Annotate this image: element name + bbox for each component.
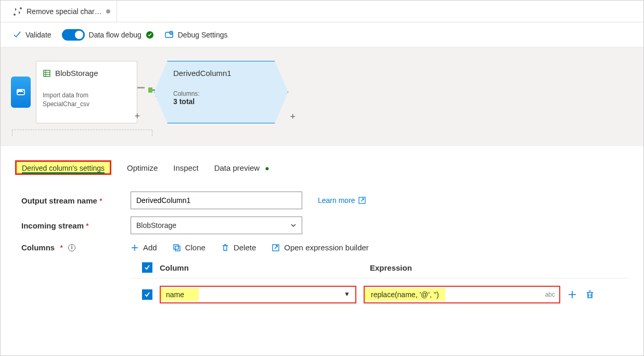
validate-button[interactable]: Validate: [13, 31, 51, 39]
svg-rect-11: [175, 246, 180, 251]
column-name-select[interactable]: name ▼: [160, 286, 356, 303]
tab-label: Derived column's settings: [22, 164, 105, 174]
caret-down-icon: ▼: [344, 290, 350, 298]
type-indicator-icon: abc: [545, 291, 555, 298]
select-all-checkbox[interactable]: [142, 262, 152, 273]
table-row: name ▼ replace(name, '@', '') abc: [131, 278, 629, 309]
column-header-expression: Expression: [370, 263, 412, 272]
title-bar: Remove special char…: [1, 1, 643, 22]
node-blobstorage[interactable]: BlobStorage Import data from SpecialChar…: [36, 61, 137, 123]
unsaved-indicator-icon: [106, 9, 110, 14]
learn-more-label: Learn more: [318, 196, 355, 205]
columns-label: Columns* i: [21, 243, 115, 252]
tab-title: Remove special char…: [27, 7, 102, 16]
debug-toggle[interactable]: [62, 29, 85, 41]
tab-title-wrap[interactable]: Remove special char…: [7, 1, 117, 22]
toolbar: Validate Data flow debug Debug Settings: [1, 22, 643, 47]
node-column-count: 3 total: [173, 97, 269, 106]
expression-input[interactable]: replace(name, '@', '') abc: [364, 286, 560, 303]
validate-label: Validate: [25, 31, 51, 39]
columns-header-row: Column Expression: [131, 256, 629, 278]
external-link-icon: [358, 197, 366, 204]
debug-settings-label: Debug Settings: [178, 31, 228, 39]
trash-icon: [221, 244, 229, 252]
column-header-column: Column: [160, 263, 363, 272]
node-title: BlobStorage: [55, 69, 98, 78]
dataflow-canvas[interactable]: BlobStorage Import data from SpecialChar…: [1, 47, 643, 146]
delete-row-button[interactable]: [585, 290, 595, 299]
incoming-stream-label: Incoming stream*: [21, 221, 115, 230]
node-title: DerivedColumn1: [173, 69, 269, 78]
source-type-icon: [11, 77, 31, 108]
settings-panel: Derived column's settings Optimize Inspe…: [1, 146, 643, 309]
open-icon: [272, 244, 280, 252]
settings-tabs: Derived column's settings Optimize Inspe…: [1, 157, 643, 179]
drop-zone[interactable]: [12, 130, 152, 136]
tab-optimize[interactable]: Optimize: [127, 160, 158, 175]
open-expression-builder-button[interactable]: Open expression builder: [272, 243, 369, 252]
plus-icon: [131, 244, 139, 252]
tab-derived-column-settings[interactable]: Derived column's settings: [15, 160, 111, 175]
dataset-icon: [43, 69, 51, 78]
svg-rect-10: [174, 245, 178, 249]
action-label: Open expression builder: [284, 243, 369, 252]
tab-label: Data preview: [214, 163, 260, 172]
columns-action-bar: Add Clone Delete Open expression bu: [131, 243, 629, 252]
learn-more-link[interactable]: Learn more: [318, 196, 366, 205]
add-column-button[interactable]: Add: [131, 243, 157, 252]
node-subtitle: Columns:: [173, 90, 269, 97]
gear-icon: [164, 30, 174, 40]
add-row-button[interactable]: [568, 290, 577, 299]
canvas-leftbar: [6, 61, 36, 123]
expression-value: replace(name, '@', ''): [365, 288, 445, 301]
svg-rect-6: [44, 70, 50, 77]
tab-inspect[interactable]: Inspect: [173, 160, 198, 175]
action-label: Delete: [234, 243, 256, 252]
svg-point-0: [14, 14, 16, 16]
status-dot-icon: ●: [265, 164, 269, 172]
debug-settings-button[interactable]: Debug Settings: [164, 30, 228, 40]
clone-column-button[interactable]: Clone: [173, 243, 205, 252]
node-derivedcolumn1[interactable]: DerivedColumn1 Columns: 3 total: [154, 61, 288, 123]
clone-icon: [173, 244, 181, 252]
add-transform-button[interactable]: +: [290, 111, 295, 122]
chevron-down-icon: [290, 222, 297, 228]
status-ok-icon: [146, 31, 154, 39]
svg-rect-7: [148, 87, 152, 93]
action-label: Clone: [185, 243, 205, 252]
column-name-value: name: [161, 288, 199, 301]
incoming-stream-select[interactable]: BlobStorage: [131, 217, 302, 234]
tab-data-preview[interactable]: Data preview ●: [214, 160, 269, 175]
info-icon[interactable]: i: [68, 244, 75, 251]
node-description: Import data from SpecialChar_csv: [43, 91, 131, 109]
row-checkbox[interactable]: [142, 289, 152, 300]
checkmark-icon: [13, 31, 21, 39]
output-stream-name-label: Output stream name*: [21, 196, 115, 205]
output-stream-name-input[interactable]: [131, 192, 302, 209]
debug-toggle-label: Data flow debug: [89, 31, 141, 39]
select-value: BlobStorage: [136, 221, 176, 230]
svg-point-1: [20, 7, 22, 9]
data-flow-icon: [13, 7, 22, 16]
action-label: Add: [143, 243, 157, 252]
delete-column-button[interactable]: Delete: [221, 243, 256, 252]
add-transform-button[interactable]: +: [134, 111, 140, 122]
